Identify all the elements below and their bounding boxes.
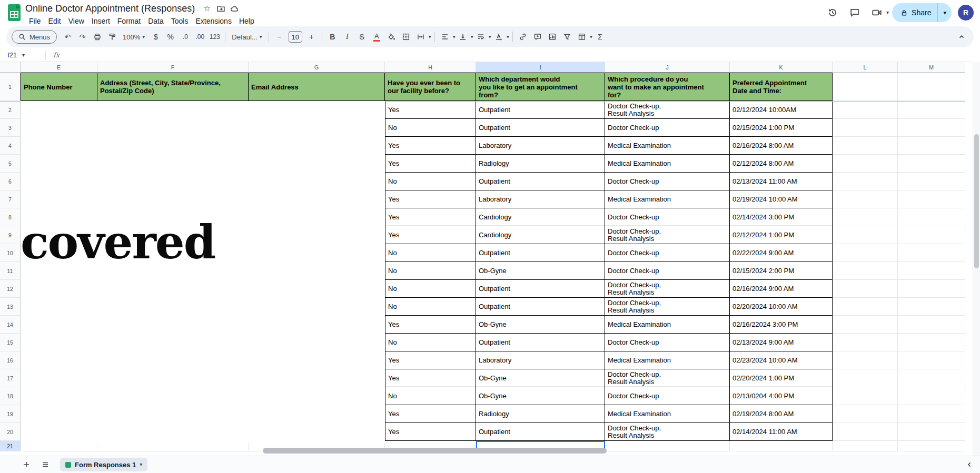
cell[interactable]: Medical Examination [605,405,730,423]
cell[interactable] [833,190,898,208]
cell[interactable]: 02/12/2024 8:00 AM [730,155,833,173]
cell[interactable] [833,298,898,316]
cell[interactable] [898,73,965,101]
text-rotation-caret-icon[interactable]: ▾ [507,34,509,39]
vertical-scrollbar[interactable] [973,62,980,456]
row-header-2[interactable]: 2 [0,101,21,119]
table-views-caret-icon[interactable]: ▾ [590,34,592,39]
redo-button[interactable]: ↷ [75,30,90,44]
cell[interactable]: Yes [385,405,476,423]
cell[interactable] [898,119,965,137]
cell[interactable]: Doctor Check-up [605,208,730,226]
column-header-G[interactable]: G [249,62,385,73]
add-sheet-button[interactable] [19,457,34,472]
menu-format[interactable]: Format [114,16,144,26]
cell[interactable]: 02/14/2024 11:00 AM [730,423,833,441]
cell[interactable] [833,155,898,173]
vertical-align-caret-icon[interactable]: ▾ [471,34,473,39]
cell[interactable] [833,369,898,387]
create-filter-button[interactable] [560,30,575,44]
row-header-17[interactable]: 17 [0,369,21,387]
cell[interactable] [898,244,965,262]
header-cell[interactable]: Address (Street, City, State/Province, P… [97,73,249,101]
cell[interactable]: Doctor Check-up, Result Analysis [605,369,730,387]
increase-decimal-button[interactable]: .00 [193,30,207,44]
row-header-8[interactable]: 8 [0,208,21,226]
cell[interactable]: Yes [385,155,476,173]
cell[interactable]: Cardiology [476,208,605,226]
column-header-H[interactable]: H [385,62,476,73]
cell[interactable]: 02/15/2024 2:00 PM [730,262,833,280]
menus-chip[interactable]: Menus [12,30,57,44]
cell[interactable] [898,208,965,226]
cell[interactable]: Doctor Check-up [605,262,730,280]
column-header-I[interactable]: I [476,62,605,73]
move-folder-icon[interactable] [214,3,227,14]
cell[interactable]: Ob-Gyne [476,387,605,405]
cell[interactable]: Outpatient [476,244,605,262]
cell[interactable]: Laboratory [476,190,605,208]
row-header-9[interactable]: 9 [0,226,21,244]
cell[interactable]: 02/13/2024 9:00 AM [730,334,833,351]
cell[interactable]: Outpatient [476,119,605,137]
cell[interactable]: Doctor Check-up [605,173,730,190]
cell[interactable] [898,441,965,451]
cell[interactable]: Yes [385,190,476,208]
cell[interactable]: 02/14/2024 3:00 PM [730,208,833,226]
cell[interactable] [898,280,965,298]
cell[interactable]: 02/20/2024 10:00 AM [730,298,833,316]
cell[interactable]: Laboratory [476,137,605,155]
show-side-panel-button[interactable] [963,458,976,471]
cell[interactable]: 02/19/2024 10:00 AM [730,190,833,208]
cell[interactable] [898,155,965,173]
cell[interactable] [833,387,898,405]
text-wrap-button[interactable] [474,30,488,44]
cell[interactable]: Cardiology [476,226,605,244]
row-header-6[interactable]: 6 [0,173,21,190]
fill-color-button[interactable] [384,30,399,44]
menu-view[interactable]: View [65,16,88,26]
cell[interactable]: Doctor Check-up, Result Analysis [605,280,730,298]
cell[interactable]: 02/19/2024 8:00 AM [730,405,833,423]
borders-button[interactable] [399,30,413,44]
cell[interactable]: 02/23/2024 10:00 AM [730,351,833,369]
cell[interactable] [833,351,898,369]
decrease-decimal-button[interactable]: .0 [178,30,192,44]
cell[interactable]: 02/13/2024 11:00 AM [730,173,833,190]
cell[interactable]: 02/16/2024 8:00 AM [730,137,833,155]
cell[interactable]: Yes [385,226,476,244]
row-header-19[interactable]: 19 [0,405,21,423]
cell[interactable] [833,101,898,119]
cell[interactable]: 02/12/2024 10:00AM [730,101,833,119]
sheet-tab-caret-icon[interactable]: ▾ [140,462,142,467]
cell[interactable]: Yes [385,369,476,387]
paint-format-button[interactable] [105,30,119,44]
undo-button[interactable]: ↶ [61,30,75,44]
cell[interactable] [833,423,898,441]
cell[interactable] [833,137,898,155]
menu-help[interactable]: Help [235,16,258,26]
cell[interactable]: Outpatient [476,101,605,119]
cell[interactable] [833,262,898,280]
cell[interactable]: Outpatient [476,298,605,316]
merge-cells-button[interactable] [414,30,428,44]
row-header-15[interactable]: 15 [0,334,21,351]
cell[interactable] [898,262,965,280]
cell[interactable] [833,316,898,334]
cell[interactable] [898,334,965,351]
bold-button[interactable]: B [325,30,340,44]
row-header-12[interactable]: 12 [0,280,21,298]
vertical-scrollbar-thumb[interactable] [974,134,979,268]
cell[interactable] [898,101,965,119]
row-header-18[interactable]: 18 [0,387,21,405]
cell[interactable]: Outpatient [476,280,605,298]
row-header-4[interactable]: 4 [0,137,21,155]
cell[interactable]: Doctor Check-up, Result Analysis [605,423,730,441]
cell[interactable]: Doctor Check-up [605,119,730,137]
comments-icon[interactable] [845,3,864,22]
more-formats-button[interactable]: 123 [207,30,222,44]
cell[interactable]: Ob-Gyne [476,369,605,387]
cell[interactable]: Doctor Check-up [605,244,730,262]
meet-button[interactable]: ▾ [867,3,889,22]
merge-caret-icon[interactable]: ▾ [429,34,431,39]
